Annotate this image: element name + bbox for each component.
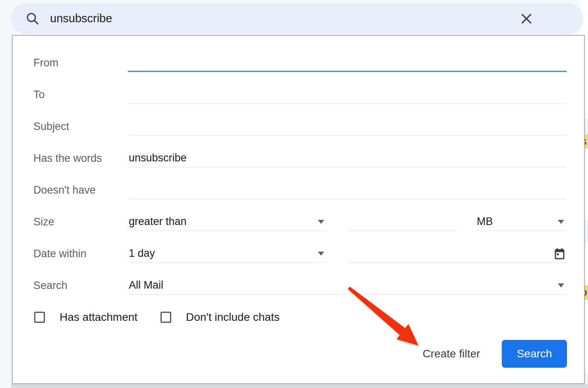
date-within-row: Date within 1 day xyxy=(33,238,567,270)
search-bar[interactable] xyxy=(11,3,583,34)
background-divider xyxy=(11,384,588,388)
peek-highlight-fragment: s xyxy=(585,134,588,149)
calendar-icon[interactable] xyxy=(553,248,566,261)
has-attachment-checkbox[interactable] xyxy=(34,312,45,323)
to-row: To xyxy=(33,79,567,111)
background-peek-strip: d s o e n j o a s xyxy=(585,0,588,388)
date-range-select[interactable]: 1 day xyxy=(128,244,327,263)
from-label: From xyxy=(33,57,128,69)
dont-include-chats-label: Don't include chats xyxy=(186,311,280,324)
doesnt-have-field[interactable] xyxy=(128,181,567,199)
to-label: To xyxy=(33,89,128,101)
peek-text-fragment: n xyxy=(585,225,588,238)
doesnt-have-input[interactable] xyxy=(128,181,567,199)
size-operator-value: greater than xyxy=(128,215,187,228)
date-field[interactable] xyxy=(346,244,567,263)
has-attachment-label: Has attachment xyxy=(60,311,137,324)
from-row: From xyxy=(33,47,567,79)
to-field[interactable] xyxy=(128,85,567,104)
search-scope-value: All Mail xyxy=(128,279,163,291)
subject-field[interactable] xyxy=(128,117,567,136)
peek-text-fragment: d xyxy=(585,60,588,73)
date-range-value: 1 day xyxy=(128,247,155,260)
chevron-down-icon xyxy=(558,220,564,224)
peek-text-fragment: j xyxy=(585,255,588,269)
chevron-down-icon xyxy=(558,283,564,287)
search-scope-label: Search xyxy=(33,279,128,292)
search-scope-row: Search All Mail xyxy=(33,270,567,301)
size-operator-select[interactable]: greater than xyxy=(128,213,327,231)
size-amount-field[interactable] xyxy=(346,213,457,231)
size-amount-input[interactable] xyxy=(346,213,457,231)
peek-text-fragment: e xyxy=(585,195,588,208)
has-words-input[interactable] xyxy=(128,149,567,167)
options-row: Has attachment Don't include chats xyxy=(33,301,567,333)
date-input[interactable] xyxy=(346,244,567,262)
search-button[interactable]: Search xyxy=(502,340,567,368)
dont-include-chats-checkbox[interactable] xyxy=(161,312,171,323)
advanced-search-panel: From To Subject Has the words Doesn't ha… xyxy=(12,35,585,384)
size-unit-value: MB xyxy=(476,215,493,228)
search-input[interactable] xyxy=(49,12,520,25)
size-unit-select[interactable]: MB xyxy=(476,213,567,231)
close-icon[interactable] xyxy=(520,13,532,25)
has-words-field[interactable] xyxy=(128,149,567,167)
subject-label: Subject xyxy=(33,120,128,133)
chevron-down-icon xyxy=(318,220,324,224)
has-words-label: Has the words xyxy=(33,152,128,165)
to-input[interactable] xyxy=(128,85,567,103)
create-filter-button[interactable]: Create filter xyxy=(416,338,487,370)
doesnt-have-label: Doesn't have xyxy=(33,184,128,196)
subject-row: Subject xyxy=(33,111,567,142)
has-words-row: Has the words xyxy=(33,142,567,174)
search-scope-select[interactable]: All Mail xyxy=(128,276,567,295)
peek-text-fragment: s xyxy=(585,347,588,360)
from-field[interactable] xyxy=(128,54,567,72)
from-input[interactable] xyxy=(128,54,567,71)
peek-text-fragment: a xyxy=(585,317,588,330)
subject-input[interactable] xyxy=(128,117,567,135)
doesnt-have-row: Doesn't have xyxy=(33,174,567,206)
peek-highlight-fragment: o xyxy=(585,285,588,300)
chevron-down-icon xyxy=(318,252,324,256)
size-row: Size greater than MB xyxy=(33,206,567,238)
date-within-label: Date within xyxy=(33,248,128,260)
peek-text-fragment: o xyxy=(585,165,588,178)
size-label: Size xyxy=(33,216,128,228)
search-icon xyxy=(25,12,40,26)
